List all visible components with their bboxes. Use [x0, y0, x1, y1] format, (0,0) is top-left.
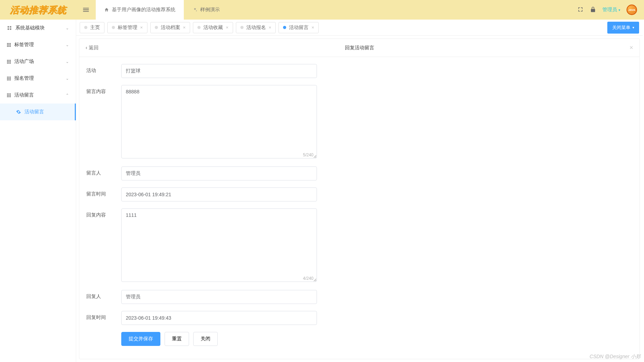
chevron-down-icon: ▾	[618, 8, 620, 12]
chevron-up-icon: ⌃	[66, 93, 69, 98]
tab-dot-icon	[84, 26, 87, 29]
reply-content-counter: 4/240	[303, 276, 313, 281]
reply-user-label: 回复人	[86, 290, 121, 300]
sidebar-item-system[interactable]: 系统基础模块 ⌄	[0, 20, 76, 36]
form: 活动 留言内容 5/240 留言人 留言时间	[79, 57, 640, 359]
top-nav-system[interactable]: 基于用户画像的活动推荐系统	[96, 0, 184, 20]
submit-button[interactable]: 提交并保存	[121, 332, 160, 346]
message-content-label: 留言内容	[86, 85, 121, 95]
tab-dot-icon	[155, 26, 158, 29]
sidebar-item-signup[interactable]: 报名管理 ⌄	[0, 70, 76, 87]
svg-rect-2	[8, 28, 9, 30]
top-nav: 基于用户画像的活动推荐系统 样例演示	[96, 0, 228, 20]
svg-rect-1	[10, 26, 11, 28]
fullscreen-button[interactable]	[577, 6, 584, 14]
page-header: ‹ 返回 回复活动留言 ×	[79, 38, 640, 57]
sparkle-icon	[193, 7, 197, 12]
reply-time-label: 回复时间	[86, 311, 121, 321]
sidebar-item-label: 报名管理	[14, 75, 34, 81]
page-title: 回复活动留言	[345, 45, 374, 51]
tab-dot-icon	[112, 26, 115, 29]
sidebar-subitem-label: 活动留言	[24, 109, 44, 115]
chevron-down-icon: ⌄	[66, 43, 69, 47]
tab-home[interactable]: 主页	[80, 22, 104, 33]
message-content-input[interactable]	[121, 85, 317, 158]
tab-label: 标签管理	[118, 24, 137, 31]
top-nav-demo[interactable]: 样例演示	[184, 0, 228, 20]
close-menu-button[interactable]: 关闭菜单 ▾	[607, 22, 639, 34]
close-button[interactable]: 关闭	[193, 332, 218, 346]
close-page-button[interactable]: ×	[629, 44, 633, 51]
message-time-input[interactable]	[121, 187, 317, 201]
chevron-down-icon: ▾	[632, 26, 634, 29]
activity-input[interactable]	[121, 64, 317, 78]
tab-messages[interactable]: 活动留言×	[278, 22, 319, 33]
home-icon	[104, 7, 109, 12]
reply-content-input[interactable]	[121, 208, 317, 282]
header: 活动推荐系统 基于用户画像的活动推荐系统 样例演示 管理员 ▾	[0, 0, 644, 20]
chevron-down-icon: ⌄	[66, 26, 69, 30]
tab-dot-icon	[283, 26, 286, 29]
grid-icon	[7, 77, 11, 80]
tab-favorite[interactable]: 活动收藏×	[193, 22, 233, 33]
reply-user-input[interactable]	[121, 290, 317, 304]
tab-dot-icon	[197, 26, 201, 29]
sidebar-item-tags[interactable]: 标签管理 ⌄	[0, 36, 76, 53]
sidebar-item-label: 活动广场	[14, 58, 34, 65]
module-icon	[7, 26, 12, 30]
message-user-input[interactable]	[121, 166, 317, 180]
sidebar-item-label: 活动留言	[14, 92, 34, 98]
svg-rect-0	[8, 26, 9, 28]
sidebar: 系统基础模块 ⌄ 标签管理 ⌄ 活动广场 ⌄ 报名管理 ⌄ 活动留言 ⌃	[0, 20, 76, 362]
close-menu-label: 关闭菜单	[612, 24, 630, 31]
lock-icon	[590, 6, 596, 13]
logo-text: 活动推荐系统	[10, 4, 66, 16]
avatar-text: JAVA	[628, 8, 635, 12]
main: 主页 标签管理× 活动档案× 活动收藏× 活动报名× 活动留言× 关闭菜单 ▾ …	[76, 20, 644, 362]
reply-time-input[interactable]	[121, 311, 317, 325]
message-content-counter: 5/240	[303, 152, 313, 157]
close-icon[interactable]: ×	[269, 25, 272, 30]
message-user-label: 留言人	[86, 166, 121, 176]
grid-icon	[7, 43, 11, 47]
back-label: 返回	[89, 45, 99, 50]
logo: 活动推荐系统	[0, 4, 76, 16]
activity-label: 活动	[86, 64, 121, 74]
top-nav-label: 基于用户画像的活动推荐系统	[112, 7, 175, 13]
avatar[interactable]: JAVA	[627, 5, 637, 15]
gear-icon	[16, 109, 21, 114]
tab-label: 活动报名	[246, 24, 266, 31]
tab-dot-icon	[240, 26, 244, 29]
tab-tags[interactable]: 标签管理×	[107, 22, 147, 33]
sidebar-subitem-messages[interactable]: 活动留言	[0, 104, 76, 120]
hamburger-icon	[82, 6, 90, 14]
tab-signup[interactable]: 活动报名×	[236, 22, 276, 33]
message-time-label: 留言时间	[86, 187, 121, 197]
reset-button[interactable]: 重置	[165, 332, 189, 346]
header-right: 管理员 ▾ JAVA	[577, 5, 644, 15]
user-name-label: 管理员	[602, 7, 617, 12]
sidebar-item-plaza[interactable]: 活动广场 ⌄	[0, 53, 76, 70]
sidebar-item-label: 标签管理	[14, 42, 34, 48]
close-icon[interactable]: ×	[140, 25, 143, 30]
close-icon[interactable]: ×	[226, 25, 229, 30]
close-icon[interactable]: ×	[311, 25, 314, 30]
menu-toggle-button[interactable]	[76, 6, 96, 14]
sidebar-item-label: 系统基础模块	[15, 25, 45, 31]
top-nav-label: 样例演示	[200, 7, 220, 13]
sidebar-item-messages[interactable]: 活动留言 ⌃	[0, 87, 76, 104]
svg-rect-3	[10, 28, 11, 30]
reply-content-label: 回复内容	[86, 208, 121, 218]
tab-label: 活动档案	[161, 24, 180, 31]
tab-archive[interactable]: 活动档案×	[150, 22, 190, 33]
tab-label: 活动留言	[289, 24, 309, 31]
tabs-bar: 主页 标签管理× 活动档案× 活动收藏× 活动报名× 活动留言× 关闭菜单 ▾	[76, 20, 643, 36]
lock-button[interactable]	[590, 6, 596, 14]
close-icon[interactable]: ×	[183, 25, 186, 30]
grid-icon	[7, 93, 11, 97]
chevron-down-icon: ⌄	[66, 76, 69, 81]
back-button[interactable]: ‹ 返回	[86, 45, 99, 51]
expand-icon	[577, 6, 584, 13]
tab-label: 活动收藏	[203, 24, 223, 31]
user-menu[interactable]: 管理员 ▾	[602, 7, 620, 13]
